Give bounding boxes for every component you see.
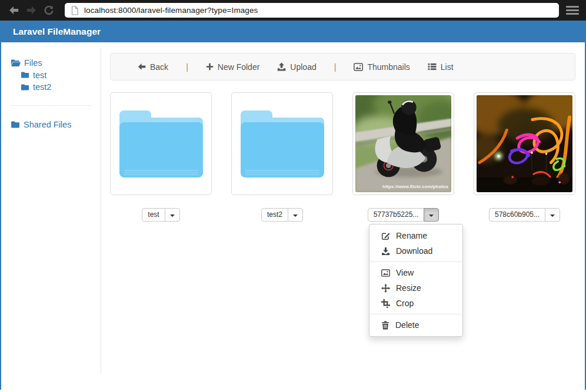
menu-item-view[interactable]: View [369,265,462,280]
back-label: Back [150,62,168,72]
back-arrow-icon [138,63,146,71]
chevron-down-icon [170,215,175,217]
url-text[interactable]: localhost:8000/laravel-filemanager?type=… [84,6,258,15]
plus-icon [206,63,214,71]
download-icon [381,247,390,256]
image-thumbnail-night-lights [477,95,572,192]
item-dropdown-toggle[interactable] [545,208,560,222]
app-title: Laravel FileManager [13,26,101,37]
toolbar: Back | New Folder Upload | [110,53,575,81]
item-dropdown-toggle[interactable] [288,208,303,222]
items-grid: test [110,92,575,222]
item-context-menu: Rename Download View Resize [369,224,463,337]
menu-item-resize[interactable]: Resize [369,280,462,296]
folder-glyph [238,108,327,182]
sidebar-item-label: test [33,69,46,82]
folder-icon [21,83,29,91]
item-button-group: 578c60b905... [489,208,560,222]
menu-divider [369,314,462,314]
list-button[interactable]: List [428,62,454,72]
menu-divider [369,262,462,262]
grid-cell-test2: test2 [231,92,333,222]
sidebar-item-label: Shared Files [24,119,71,131]
document-icon [71,6,79,15]
item-name-button[interactable]: 578c60b905... [489,208,545,222]
sidebar-divider [11,105,91,106]
item-name-button[interactable]: test [142,208,165,222]
trash-icon [381,321,389,330]
menu-item-label: View [396,267,414,279]
sidebar-item-test2[interactable]: test2 [21,81,101,93]
menu-item-label: Resize [396,282,421,294]
forward-arrow-icon[interactable] [24,3,39,18]
toolbar-separator: | [186,62,188,72]
thumbnails-icon [354,63,363,71]
crop-icon [381,299,390,308]
browser-chrome: localhost:8000/laravel-filemanager?type=… [0,0,586,21]
chevron-down-icon [293,215,298,217]
folder-icon [11,120,20,129]
menu-item-label: Crop [396,297,414,309]
sidebar-item-files[interactable]: Files [11,57,101,69]
upload-label: Upload [290,62,316,72]
back-button[interactable]: Back [138,62,168,72]
upload-button[interactable]: Upload [277,62,316,72]
app-header: Laravel FileManager [1,21,585,42]
refresh-icon[interactable] [41,3,56,18]
resize-icon [381,284,390,293]
sidebar-item-shared-files[interactable]: Shared Files [11,119,101,131]
list-icon [428,63,437,71]
toolbar-separator: | [334,62,337,72]
grid-cell-image-1: https://www.flickr.com/photos 57737b5225… [352,92,454,222]
menu-item-label: Download [396,245,432,257]
thumbnails-button[interactable]: Thumbnails [354,62,409,72]
folder-card-test2[interactable] [231,92,333,195]
hamburger-menu-icon[interactable] [566,6,579,15]
folder-open-icon [11,59,21,67]
image-card-scooter[interactable]: https://www.flickr.com/photos [352,92,454,195]
grid-cell-image-2: 578c60b905... [474,92,575,222]
image-watermark: https://www.flickr.com/photos [382,184,449,189]
main-panel: Back | New Folder Upload | [101,42,585,390]
item-button-group: 57737b5225... [368,208,440,222]
back-arrow-icon[interactable] [6,3,21,18]
list-label: List [441,62,454,72]
item-dropdown-toggle-open[interactable] [424,208,439,222]
menu-item-label: Rename [396,230,427,242]
menu-item-label: Delete [395,319,419,331]
menu-item-crop[interactable]: Crop [369,296,462,311]
chevron-down-icon [550,215,555,217]
item-button-group: test2 [261,208,303,222]
menu-item-rename[interactable]: Rename [369,228,462,243]
item-button-group: test [142,208,179,222]
window-bottom-strip [0,390,586,392]
folder-icon [21,71,29,79]
image-card-night-lights[interactable] [474,92,575,195]
grid-cell-test: test [110,92,212,222]
thumbnails-label: Thumbnails [367,62,409,72]
image-icon [381,269,390,277]
sidebar-item-label: Files [24,57,42,69]
folder-card-test[interactable] [110,92,212,195]
new-folder-label: New Folder [218,62,260,72]
menu-item-delete[interactable]: Delete [369,317,462,333]
url-bar[interactable]: localhost:8000/laravel-filemanager?type=… [65,3,559,18]
sidebar-item-test[interactable]: test [21,69,101,82]
folder-glyph [117,108,205,182]
item-dropdown-toggle[interactable] [165,208,180,222]
item-name-button[interactable]: 57737b5225... [368,208,425,222]
upload-icon [277,62,286,71]
image-thumbnail-scooter: https://www.flickr.com/photos [355,95,451,192]
edit-icon [381,232,390,240]
item-name-button[interactable]: test2 [261,208,288,222]
sidebar-item-label: test2 [33,81,51,93]
filemanager-page: Laravel FileManager Files test [0,21,586,390]
menu-item-download[interactable]: Download [369,243,462,259]
folder-tree-sidebar: Files test test2 Shared Files [1,47,101,374]
new-folder-button[interactable]: New Folder [206,62,260,72]
chevron-down-icon [429,215,434,217]
